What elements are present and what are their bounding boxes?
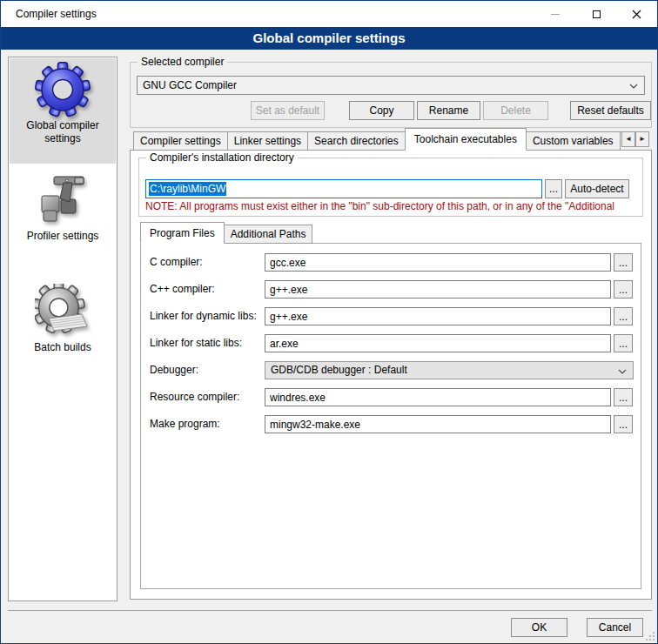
compiler-select-value: GNU GCC Compiler bbox=[143, 79, 237, 91]
sidebar-item-profiler-settings[interactable]: Profiler settings bbox=[10, 169, 116, 256]
tab-toolchain-executables[interactable]: Toolchain executables bbox=[405, 128, 527, 151]
install-dir-input[interactable]: C:\raylib\MinGW bbox=[145, 179, 542, 198]
chevron-down-icon bbox=[618, 369, 627, 374]
resource-compiler-browse-button[interactable]: ... bbox=[614, 388, 633, 406]
resource-compiler-label: Resource compiler: bbox=[150, 388, 239, 406]
sidebar-item-label: Batch builds bbox=[10, 341, 116, 358]
cancel-button[interactable]: Cancel bbox=[587, 618, 643, 637]
copy-button[interactable]: Copy bbox=[349, 101, 414, 120]
chevron-down-icon bbox=[629, 84, 638, 89]
toolchain-subtabs: Program Files Additional Paths bbox=[140, 222, 312, 244]
dialog-header: Global compiler settings bbox=[1, 27, 657, 50]
resource-compiler-input[interactable] bbox=[265, 388, 611, 406]
minimize-button[interactable] bbox=[535, 1, 575, 27]
program-files-page: C compiler: ... C++ compiler: ... Linker… bbox=[140, 243, 641, 589]
close-icon bbox=[632, 10, 641, 19]
debugger-label: Debugger: bbox=[150, 361, 198, 379]
tab-scroll-right-button[interactable]: ► bbox=[635, 131, 649, 147]
minimize-icon bbox=[551, 14, 560, 15]
c-compiler-input[interactable] bbox=[265, 253, 611, 272]
sidebar-item-batch-builds[interactable]: Batch builds bbox=[10, 280, 116, 371]
grey-gear-papers-icon bbox=[35, 284, 91, 339]
sidebar-item-global-compiler-settings[interactable]: Global compiler settings bbox=[10, 58, 116, 164]
linker-dynamic-input[interactable] bbox=[265, 307, 611, 325]
cpp-compiler-input[interactable] bbox=[265, 280, 611, 299]
sidebar: Global compiler settings Profiler settin… bbox=[8, 57, 118, 601]
install-dir-note: NOTE: All programs must exist either in … bbox=[145, 200, 638, 213]
install-dir-browse-button[interactable]: ... bbox=[545, 179, 562, 198]
subtab-additional-paths[interactable]: Additional Paths bbox=[224, 225, 313, 244]
make-program-label: Make program: bbox=[150, 415, 220, 433]
tab-compiler-settings[interactable]: Compiler settings bbox=[133, 131, 228, 151]
auto-detect-button[interactable]: Auto-detect bbox=[565, 179, 629, 198]
maximize-button[interactable] bbox=[576, 1, 616, 27]
set-as-default-button[interactable]: Set as default bbox=[251, 101, 325, 120]
cpp-compiler-label: C++ compiler: bbox=[150, 280, 215, 299]
tab-search-directories[interactable]: Search directories bbox=[307, 131, 406, 151]
compiler-tabs: Compiler settings Linker settings Search… bbox=[133, 128, 622, 151]
tab-custom-variables[interactable]: Custom variables bbox=[526, 131, 621, 151]
tab-linker-settings[interactable]: Linker settings bbox=[227, 131, 308, 151]
sidebar-item-label: Profiler settings bbox=[10, 230, 116, 246]
make-program-input[interactable] bbox=[265, 415, 611, 433]
make-program-browse-button[interactable]: ... bbox=[614, 415, 633, 433]
linker-static-input[interactable] bbox=[265, 334, 611, 352]
maximize-icon bbox=[593, 10, 601, 18]
compiler-select[interactable]: GNU GCC Compiler bbox=[137, 76, 645, 95]
install-dir-selected-text: C:\raylib\MinGW bbox=[149, 182, 226, 196]
caliper-cubes-icon bbox=[35, 172, 91, 228]
linker-static-browse-button[interactable]: ... bbox=[614, 334, 633, 352]
linker-dynamic-label: Linker for dynamic libs: bbox=[150, 307, 257, 325]
footer-separator bbox=[8, 610, 652, 611]
resize-grip[interactable] bbox=[645, 631, 655, 641]
subtab-program-files[interactable]: Program Files bbox=[140, 222, 225, 244]
install-dir-group-label: Compiler's installation directory bbox=[146, 151, 298, 164]
debugger-select[interactable]: GDB/CDB debugger : Default bbox=[265, 361, 634, 379]
sidebar-item-label: Global compiler settings bbox=[10, 119, 116, 149]
blue-gear-icon bbox=[35, 62, 91, 117]
rename-button[interactable]: Rename bbox=[417, 101, 480, 120]
debugger-select-value: GDB/CDB debugger : Default bbox=[271, 364, 407, 376]
selected-compiler-group-label: Selected compiler bbox=[138, 56, 227, 68]
c-compiler-browse-button[interactable]: ... bbox=[614, 253, 633, 272]
linker-static-label: Linker for static libs: bbox=[150, 334, 242, 352]
c-compiler-label: C compiler: bbox=[150, 253, 203, 272]
close-button[interactable] bbox=[616, 1, 656, 27]
ok-button[interactable]: OK bbox=[511, 618, 567, 637]
tab-scroll-left-button[interactable]: ◄ bbox=[621, 131, 635, 147]
reset-defaults-button[interactable]: Reset defaults bbox=[570, 101, 651, 120]
window-title: Compiler settings bbox=[16, 8, 97, 20]
compiler-settings-dialog: Compiler settings Global compiler settin… bbox=[0, 0, 658, 644]
cpp-compiler-browse-button[interactable]: ... bbox=[614, 280, 633, 299]
linker-dynamic-browse-button[interactable]: ... bbox=[614, 307, 633, 325]
delete-button[interactable]: Delete bbox=[483, 101, 548, 120]
title-bar: Compiler settings bbox=[1, 1, 657, 27]
